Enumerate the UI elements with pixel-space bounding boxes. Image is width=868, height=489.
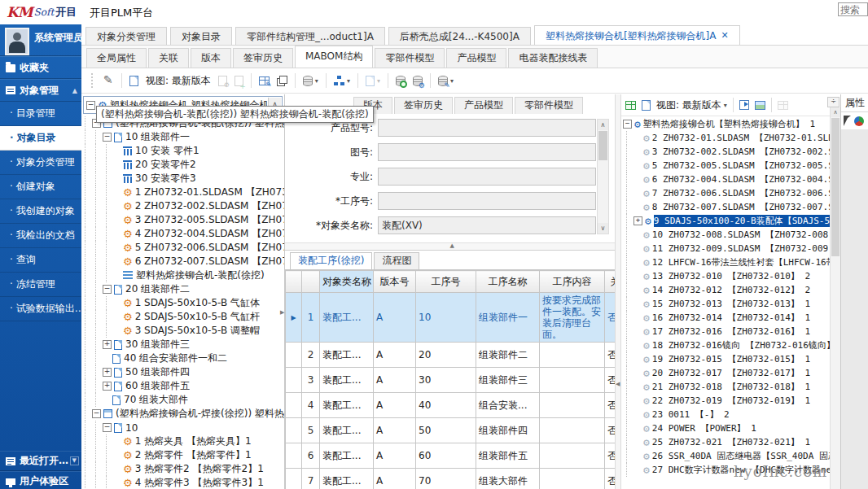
tree-item[interactable]: 40 组合安装部件一和二 (81, 351, 284, 365)
view-tab[interactable]: 零部件模型 (375, 48, 445, 68)
field-input[interactable] (378, 143, 596, 161)
view-selector-button[interactable]: 视图: 最新版本 (146, 74, 211, 88)
view-tab[interactable]: 签审历史 (233, 48, 293, 68)
view-tab[interactable]: 关联 (148, 48, 189, 68)
view-tab[interactable]: MABOM结构 (295, 46, 373, 68)
column-header[interactable] (302, 271, 320, 293)
sidebar-item[interactable]: ·我创建的对象 (0, 199, 81, 224)
view-selector-button[interactable]: 视图: 最新版本▾ (656, 98, 727, 112)
column-header[interactable] (286, 271, 302, 293)
sidebar-section-object-management[interactable]: 对象管理▲ (0, 79, 81, 102)
sidebar-item[interactable]: ·创建对象 (0, 175, 81, 199)
tree-item[interactable]: ⚙10 ZH0732-008.SLDASM 【ZH0732-008.SLDASM… (623, 228, 830, 242)
table-row[interactable]: 5装配工...A50组装部件四否 (286, 418, 616, 443)
tree-item[interactable]: ⚙6 ZH0732-004.SLDASM 【ZH0732-004.SLDASM】 (623, 172, 830, 186)
tree-item[interactable]: −20 组装部件二 (81, 282, 284, 296)
process-tab[interactable]: 装配工序(徐挖) (290, 252, 372, 269)
collapse-icon[interactable]: − (103, 133, 112, 142)
tree-item[interactable]: ⚙7 ZH0732-006.SLDASM 【ZH0732-006.SLDASM】 (623, 186, 830, 200)
sidebar-item[interactable]: ·我检出的文档 (0, 224, 81, 248)
horizontal-splitter[interactable]: ▲ (285, 242, 615, 251)
collapse-icon[interactable]: − (92, 409, 101, 418)
column-header[interactable]: 版本号 (374, 271, 416, 293)
edit-button[interactable] (103, 76, 114, 86)
detail-tab[interactable]: 零部件模型 (515, 97, 583, 114)
tree-item[interactable]: +60 组装部件五 (81, 379, 284, 393)
document-tab[interactable]: 对象分类管理 (85, 27, 167, 45)
column-header[interactable]: 工序名称 (476, 271, 540, 293)
tree-item[interactable]: ⚙15 ZH0732-013 【ZH0732-013】 1 (623, 297, 830, 311)
tree-item[interactable]: −(塑料热熔接铆合机-焊接(徐挖)) 塑料热熔接铆合机-焊接(徐挖) (81, 407, 284, 421)
tree-item[interactable]: ⚙2 ZH0732-01.SLDASM 【ZH0732-01.SLDASM】 (623, 131, 830, 145)
table-row[interactable]: 7装配工...A70组装大部件否 (286, 469, 616, 489)
image-view-button[interactable] (755, 101, 765, 110)
view-tab[interactable]: 全局属性 (86, 48, 147, 68)
field-input[interactable] (378, 168, 596, 186)
tree-item[interactable]: ⚙3 热熔零件2 【热熔零件2】1 (81, 462, 284, 476)
tree-item[interactable]: +50 组装部件四 (81, 365, 284, 379)
tree-item[interactable]: ⚙1 ZH0732-01.SLDASM 【ZH0732-01.SLDASM】 (81, 186, 284, 199)
sidebar-section-favorites[interactable]: 收藏夹 (0, 56, 81, 79)
search-database-button[interactable] (396, 76, 406, 86)
search-input[interactable] (838, 2, 868, 16)
field-input[interactable]: 装配(XV) (378, 216, 596, 234)
tree-item[interactable]: −10 组装部件一 (81, 130, 284, 144)
tree-item[interactable]: ⚙12 LHFCW-16带法兰线性衬套【LHFCW-16带法兰线性衬套】 (623, 255, 830, 269)
expand-icon[interactable]: + (633, 216, 642, 225)
scroll-thumb[interactable] (598, 131, 607, 160)
tree-item[interactable]: −10 (81, 421, 284, 434)
scroll-thumb[interactable] (831, 118, 840, 256)
tree-item[interactable]: 20 安装零件2 (81, 158, 284, 172)
close-tab-icon[interactable]: ✕ (721, 28, 728, 44)
process-tab[interactable]: 流程图 (374, 252, 419, 269)
sidebar-item[interactable]: ·冻结管理 (0, 273, 81, 297)
tree-item[interactable]: 70 组装大部件 (81, 393, 284, 407)
refresh-color-icon[interactable] (854, 116, 864, 126)
tree-item[interactable]: ⚙23 0011 【-】 2 (623, 408, 830, 421)
tree-item[interactable]: ⚙3 SDAJS-50x10-5-B 调整帽 (81, 324, 284, 338)
column-header[interactable]: 工序号 (416, 271, 476, 293)
sidebar-section-recent-open[interactable]: 最近打开…▼ (0, 451, 81, 471)
table-row[interactable]: 3装配工...A30组装部件三否 (286, 368, 616, 393)
sidebar-item[interactable]: ·对象分类管理 (0, 151, 81, 175)
detail-tab[interactable]: 签审历史 (394, 97, 453, 114)
cursor-icon[interactable] (844, 116, 851, 126)
tree-item[interactable]: ⚙2 热熔零件 【热熔零件】1 (81, 448, 284, 462)
tree-item[interactable]: ⚙13 ZH0732-010 【ZH0732-010】 2 (623, 269, 830, 283)
collapse-icon[interactable]: − (623, 120, 632, 129)
tree-item[interactable]: ⚙8 ZH0732-007.SLDASM 【ZH0732-007.SLDASM】 (623, 200, 830, 214)
tree-item[interactable]: ⚙3 ZH0732-005.SLDASM 【ZH0732-005.SLDASM】 (81, 213, 284, 227)
tree-item[interactable]: ⚙5 ZH0732-005.SLDASM 【ZH0732-005.SLDASM】 (623, 159, 830, 172)
tree-item[interactable]: ⚙20 ZH0732-017 【ZH0732-017】 1 (623, 366, 830, 380)
document-tab[interactable]: 塑料热熔接铆合机[塑料热熔接铆合机]A✕ (534, 25, 740, 45)
dropdown-arrow-icon[interactable]: ▼ (70, 456, 79, 465)
view-tab[interactable]: 产品模型 (446, 48, 506, 68)
collapse-icon[interactable]: − (86, 101, 95, 110)
tree-item[interactable]: ⚙16 ZH0732-014 【ZH0732-014】 1 (623, 311, 830, 325)
tree-item[interactable]: ⚙25 ZH0732-021 【ZH0732-021】 1 (623, 435, 830, 449)
tree-item[interactable]: ⚙2 ZH0732-002.SLDASM 【ZH0732-002.SLDASM】 (81, 199, 284, 213)
detail-tab[interactable]: 产品模型 (454, 97, 513, 114)
tree-item[interactable]: ⚙1 SDAJS-50x10-5-B 气缸体 (81, 296, 284, 310)
structure-menu-button[interactable]: ▾ (334, 76, 350, 85)
structure-table-button[interactable] (625, 101, 636, 110)
tree-item[interactable]: ⚙14 ZH0732-012 【ZH0732-012】 2 (623, 283, 830, 297)
avatar[interactable] (5, 28, 29, 55)
tree-item[interactable]: ⚙18 ZH0732-016镜向 【ZH0732-016镜向】 1 (623, 338, 830, 352)
collapse-arrow-icon[interactable]: ▲ (72, 87, 77, 94)
expand-icon[interactable]: + (103, 368, 112, 377)
column-header[interactable]: 关 (605, 271, 616, 293)
tree-item[interactable]: ⚙5 ZH0732-006.SLDASM 【ZH0732-006.SLDASM】 (81, 241, 284, 255)
expand-icon[interactable]: + (103, 382, 112, 391)
tree-item[interactable]: ⚙21 ZH0732-018 【ZH0732-018】 1 (623, 380, 830, 394)
form-scrollbar[interactable]: ∧ ∨ (597, 119, 609, 234)
table-row[interactable]: 6装配工...A60组装部件五否 (286, 443, 616, 469)
splitter-collapse-icon[interactable]: ◀ (616, 381, 620, 387)
copy-structure-button[interactable] (277, 76, 287, 86)
tree-item[interactable]: ⚙19 ZH0732-015 【ZH0732-015】 1 (623, 352, 830, 366)
tree-item[interactable]: ⚙24 POWER 【POWER】 1 (623, 421, 830, 435)
tree-item[interactable]: +30 组装部件三 (81, 338, 284, 351)
tree-item[interactable]: ⚙4 热熔零件3 【热熔零件3】1 (81, 476, 284, 489)
splitter-expand-icon[interactable]: ▶ (280, 309, 284, 316)
table-row[interactable]: 4装配工...A40组合安装...否 (286, 393, 616, 418)
